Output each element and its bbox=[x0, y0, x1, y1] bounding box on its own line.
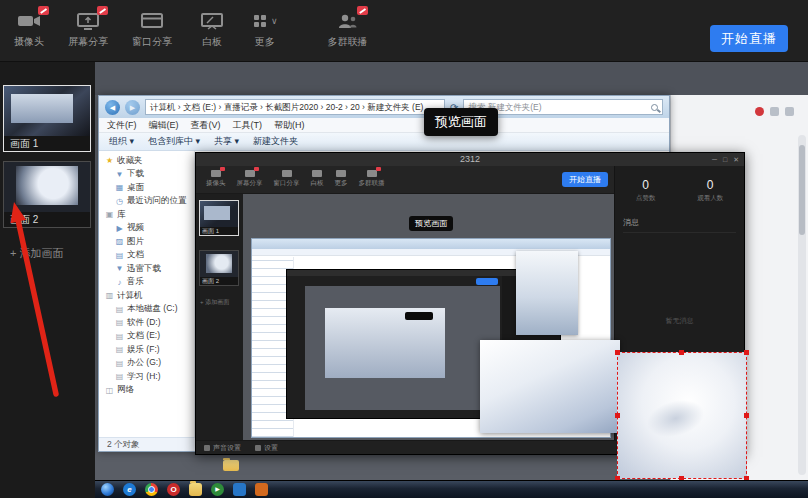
documents-icon: ▤ bbox=[115, 251, 124, 260]
tree-label: 音乐 bbox=[127, 276, 144, 288]
preview-tooltip: 预览画面 bbox=[424, 108, 498, 136]
tree-item[interactable]: ▼迅雷下载 bbox=[99, 262, 194, 276]
ie-icon[interactable]: e bbox=[123, 483, 136, 496]
forward-button[interactable]: ▶ bbox=[125, 100, 140, 115]
explorer-taskbar-icon[interactable] bbox=[189, 483, 202, 496]
chat-app-icon[interactable] bbox=[233, 483, 246, 496]
screen-2-thumbnail[interactable]: 画面 2 bbox=[3, 161, 91, 228]
tree-label: 下载 bbox=[127, 168, 144, 180]
window-share-tool-button[interactable]: 窗口分享 bbox=[132, 11, 172, 49]
whiteboard-icon bbox=[200, 11, 224, 31]
settings-button: 设置 bbox=[255, 443, 278, 453]
tree-label: 计算机 bbox=[117, 290, 143, 302]
start-orb-button[interactable] bbox=[101, 483, 114, 496]
tree-item[interactable]: ▤本地磁盘 (C:) bbox=[99, 303, 194, 317]
tree-item[interactable]: ▼下载 bbox=[99, 168, 194, 182]
more-tool-button[interactable]: ∨ 更多 bbox=[252, 11, 278, 49]
tree-item[interactable]: ▶视频 bbox=[99, 222, 194, 236]
tree-item[interactable]: ★收藏夹 bbox=[99, 154, 194, 168]
include-in-library-button[interactable]: 包含到库中 ▾ bbox=[148, 135, 200, 148]
menu-help[interactable]: 帮助(H) bbox=[274, 119, 305, 132]
explorer-command-bar: 组织 ▾ 包含到库中 ▾ 共享 ▾ 新建文件夹 bbox=[99, 133, 669, 151]
tree-label: 软件 (D:) bbox=[127, 317, 161, 329]
camera-icon bbox=[17, 11, 41, 31]
nested-add-screen: + 添加画面 bbox=[200, 298, 229, 307]
tree-label: 文档 (E:) bbox=[127, 330, 160, 342]
window-share-icon bbox=[140, 11, 164, 31]
scrollbar-thumb[interactable] bbox=[799, 145, 805, 235]
resize-handle-e[interactable] bbox=[744, 413, 749, 418]
multicast-tool-button[interactable]: 多群联播 bbox=[328, 11, 368, 49]
whiteboard-tool-button[interactable]: 白板 bbox=[200, 11, 224, 49]
menu-tools[interactable]: 工具(T) bbox=[233, 119, 263, 132]
drive-icon: ▤ bbox=[115, 318, 124, 327]
nested-whiteboard-tool: 白板 bbox=[311, 170, 324, 193]
viewers-value: 0 bbox=[697, 178, 723, 192]
back-button[interactable]: ◀ bbox=[105, 100, 120, 115]
tree-item[interactable]: ▦桌面 bbox=[99, 181, 194, 195]
tool-label: 屏幕分享 bbox=[68, 35, 108, 49]
tree-item[interactable]: ▤软件 (D:) bbox=[99, 316, 194, 330]
tree-label: 学习 (H:) bbox=[127, 371, 161, 383]
resize-handle-n[interactable] bbox=[679, 350, 684, 355]
grey-tool-icon bbox=[770, 107, 779, 116]
tool-label: 白板 bbox=[202, 35, 222, 49]
music-icon: ♪ bbox=[115, 278, 124, 287]
messages-empty-placeholder: 暂无消息 bbox=[615, 316, 744, 326]
tree-item[interactable]: ▤办公 (G:) bbox=[99, 357, 194, 371]
media-player-icon[interactable]: ▶ bbox=[211, 483, 224, 496]
camera-icon bbox=[211, 170, 221, 177]
opera-icon[interactable]: O bbox=[167, 483, 180, 496]
address-bar[interactable]: 计算机 › 文档 (E:) › 直播记录 › 长截图片2020 › 20-2 ›… bbox=[145, 99, 445, 115]
nested-explorer-titlebar bbox=[252, 239, 610, 249]
library-icon: ▣ bbox=[105, 210, 114, 219]
tree-item[interactable]: ▣库 bbox=[99, 208, 194, 222]
download-icon: ▼ bbox=[115, 264, 124, 273]
tree-label: 桌面 bbox=[127, 182, 144, 194]
tree-item[interactable]: ◷最近访问的位置 bbox=[99, 195, 194, 209]
organize-button[interactable]: 组织 ▾ bbox=[109, 135, 134, 148]
drive-icon: ▤ bbox=[115, 359, 124, 368]
explorer-address-row: ◀ ▶ 计算机 › 文档 (E:) › 直播记录 › 长截图片2020 › 20… bbox=[99, 96, 669, 118]
share-button[interactable]: 共享 ▾ bbox=[214, 135, 239, 148]
tree-item[interactable]: ▨图片 bbox=[99, 235, 194, 249]
start-live-button[interactable]: 开始直播 bbox=[710, 25, 788, 52]
new-folder-button[interactable]: 新建文件夹 bbox=[253, 135, 298, 148]
tree-label: 图片 bbox=[127, 236, 144, 248]
tree-item[interactable]: ▤娱乐 (F:) bbox=[99, 343, 194, 357]
nested-screen-1-label: 画面 1 bbox=[200, 227, 238, 235]
preview-canvas[interactable]: ◀ ▶ 计算机 › 文档 (E:) › 直播记录 › 长截图片2020 › 20… bbox=[95, 62, 808, 480]
resize-handle-ne[interactable] bbox=[744, 350, 749, 355]
scrollbar[interactable] bbox=[798, 135, 806, 475]
computer-icon: ▥ bbox=[105, 291, 114, 300]
menu-view[interactable]: 查看(V) bbox=[191, 119, 221, 132]
resize-handle-nw[interactable] bbox=[615, 350, 620, 355]
app-icon[interactable] bbox=[255, 483, 268, 496]
tree-item[interactable]: ▤文档 bbox=[99, 249, 194, 263]
add-screen-button[interactable]: + 添加画面 bbox=[10, 246, 63, 261]
nested-multicast-tool: 多群联播 bbox=[359, 170, 385, 193]
menu-file[interactable]: 文件(F) bbox=[107, 119, 137, 132]
menu-edit[interactable]: 编辑(E) bbox=[149, 119, 179, 132]
tree-item[interactable]: ▤文档 (E:) bbox=[99, 330, 194, 344]
tree-item[interactable]: ▥计算机 bbox=[99, 289, 194, 303]
tool-label: 窗口分享 bbox=[132, 35, 172, 49]
nested-window-title: 2312 bbox=[460, 154, 480, 164]
tree-item[interactable]: ♪音乐 bbox=[99, 276, 194, 290]
tree-item[interactable]: ▤学习 (H:) bbox=[99, 370, 194, 384]
chrome-icon[interactable] bbox=[145, 483, 158, 496]
screen-share-tool-button[interactable]: 屏幕分享 bbox=[68, 11, 108, 49]
viewers-label: 观看人数 bbox=[697, 194, 723, 203]
drive-icon: ▤ bbox=[115, 305, 124, 314]
selected-source-box[interactable] bbox=[617, 352, 747, 479]
messages-header: 消息 bbox=[623, 217, 736, 233]
likes-stat: 0点赞数 bbox=[636, 178, 656, 203]
network-icon: ◫ bbox=[105, 386, 114, 395]
tree-item[interactable]: ◫网络 bbox=[99, 384, 194, 398]
search-icon bbox=[651, 104, 658, 111]
screen-1-thumbnail[interactable]: 画面 1 bbox=[3, 85, 91, 152]
camera-tool-button[interactable]: 摄像头 bbox=[14, 11, 44, 49]
tree-label: 本地磁盘 (C:) bbox=[127, 303, 178, 315]
item-count: 2 个对象 bbox=[107, 439, 140, 449]
resize-handle-w[interactable] bbox=[615, 413, 620, 418]
